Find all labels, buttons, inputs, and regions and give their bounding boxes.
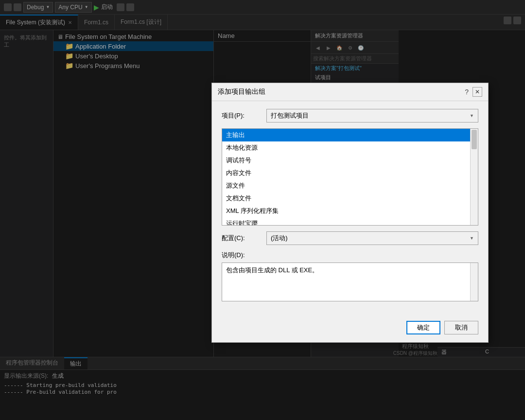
modal-ok-button[interactable]: 确定	[406, 321, 440, 334]
modal-controls: ? ✕	[465, 87, 482, 97]
modal-desc-box: 包含由项目生成的 DLL 或 EXE。	[222, 262, 478, 301]
modal-project-label: 项目(P):	[222, 111, 261, 120]
modal-body: 项目(P): 打包测试项目 主输出 本地化资源 调试符号 内容文件	[212, 101, 488, 317]
modal-config-value: (活动)	[271, 234, 288, 243]
list-item-6[interactable]: XML 序列化程序集	[222, 205, 470, 217]
modal-project-value: 打包测试项目	[271, 111, 309, 120]
list-item-3[interactable]: 内容文件	[222, 167, 470, 179]
modal-desc-text: 包含由项目生成的 DLL 或 EXE。	[226, 266, 318, 274]
modal-desc-section: 说明(D): 包含由项目生成的 DLL 或 EXE。	[222, 251, 478, 301]
modal-titlebar: 添加项目输出组 ? ✕	[212, 83, 488, 101]
list-item-2[interactable]: 调试符号	[222, 154, 470, 167]
modal-project-dropdown[interactable]: 打包测试项目	[266, 109, 478, 122]
modal-footer: 确定 取消	[212, 317, 488, 342]
list-item-4[interactable]: 源文件	[222, 179, 470, 192]
list-item-1[interactable]: 本地化资源	[222, 141, 470, 154]
modal-help-icon[interactable]: ?	[465, 88, 469, 96]
modal-project-row: 项目(P): 打包测试项目	[222, 109, 478, 122]
scrollbar-thumb	[472, 130, 477, 149]
watermark: 程序猿知秋 CSDN @程序猿知秋	[393, 343, 438, 357]
desc-scrollbar[interactable]	[470, 263, 478, 301]
modal-close-button[interactable]: ✕	[472, 87, 482, 97]
modal-title: 添加项目输出组	[218, 88, 265, 96]
modal-config-dropdown[interactable]: (活动)	[266, 231, 478, 245]
modal-config-label: 配置(C):	[222, 234, 261, 243]
list-item-7[interactable]: 运行时宝璎	[222, 217, 470, 226]
modal-config-row: 配置(C): (活动)	[222, 231, 478, 245]
modal-desc-label: 说明(D):	[222, 251, 478, 260]
modal-dialog: 添加项目输出组 ? ✕ 项目(P): 打包测试项目 主输出 本地化资源	[211, 83, 489, 343]
modal-listbox[interactable]: 主输出 本地化资源 调试符号 内容文件 源文件 文档文件 XML	[222, 128, 478, 226]
list-item-0[interactable]: 主输出	[222, 129, 470, 141]
modal-cancel-button[interactable]: 取消	[444, 321, 478, 334]
list-item-5[interactable]: 文档文件	[222, 192, 470, 205]
listbox-scrollbar[interactable]	[470, 129, 478, 225]
